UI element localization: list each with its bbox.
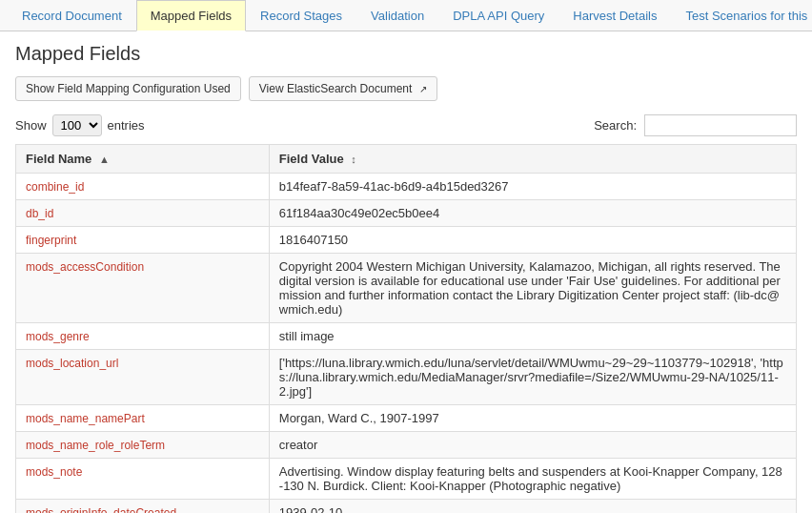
page-content: Mapped Fields Show Field Mapping Configu… (0, 31, 812, 513)
search-box: Search: (594, 114, 797, 136)
table-controls: Show 102550100 entries Search: (15, 114, 797, 136)
entries-label: entries (108, 118, 145, 133)
table-row: mods_genrestill image (16, 323, 797, 350)
cell-field-name: combine_id (16, 174, 270, 200)
cell-field-name: mods_originInfo_dateCreated (16, 500, 270, 514)
sort-arrow-field-value: ↕ (351, 154, 356, 165)
table-body: combine_idb14feaf7-8a59-41ac-b6d9-a4b15d… (16, 174, 797, 514)
field-name-text: mods_originInfo_dateCreated (26, 506, 176, 513)
search-label: Search: (594, 118, 637, 133)
table-row: combine_idb14feaf7-8a59-41ac-b6d9-a4b15d… (16, 174, 797, 200)
view-elastic-button[interactable]: View ElasticSearch Document ↗ (249, 76, 437, 101)
cell-field-value: Advertising. Window display featuring be… (269, 459, 796, 500)
table-row: mods_name_role_roleTermcreator (16, 432, 797, 459)
cell-field-name: db_id (16, 200, 270, 227)
cell-field-value: Copyright 2004 Western Michigan Universi… (269, 254, 796, 323)
cell-field-value: still image (269, 323, 796, 350)
sort-arrow-field-name: ▲ (99, 154, 110, 165)
field-name-text: fingerprint (26, 234, 76, 247)
field-name-text: mods_location_url (26, 357, 118, 370)
cell-field-name: mods_genre (16, 323, 270, 350)
col-header-field-value-label: Field Value (279, 152, 344, 166)
show-label: Show (15, 118, 47, 133)
cell-field-name: mods_accessCondition (16, 254, 270, 323)
field-name-text: mods_accessCondition (26, 260, 144, 274)
col-header-field-value[interactable]: Field Value ↕ (269, 145, 796, 174)
field-name-text: mods_genre (26, 330, 90, 343)
show-mapping-button[interactable]: Show Field Mapping Configuration Used (15, 76, 241, 101)
cell-field-value: Morgan, Ward C., 1907-1997 (269, 405, 796, 432)
tab-test-scenarios[interactable]: Test Scenarios for this Record (671, 0, 812, 31)
field-name-text: mods_name_namePart (26, 412, 145, 425)
tab-dpla-api-query[interactable]: DPLA API Query (438, 0, 558, 31)
tab-harvest-details[interactable]: Harvest Details (558, 0, 671, 31)
cell-field-name: mods_location_url (16, 350, 270, 405)
col-header-field-name-label: Field Name (26, 152, 91, 166)
table-row: db_id61f184aa30c49e02ec5b0ee4 (16, 200, 797, 227)
field-name-text: mods_name_role_roleTerm (26, 439, 165, 452)
table-row: mods_noteAdvertising. Window display fea… (16, 459, 797, 500)
table-row: mods_name_namePartMorgan, Ward C., 1907-… (16, 405, 797, 432)
cell-field-value: ['https://luna.library.wmich.edu/luna/se… (269, 350, 796, 405)
cell-field-name: mods_name_role_roleTerm (16, 432, 270, 459)
tab-record-stages[interactable]: Record Stages (246, 0, 356, 31)
table-row: fingerprint1816407150 (16, 227, 797, 254)
view-elastic-label: View ElasticSearch Document (259, 82, 413, 95)
table-row: mods_accessConditionCopyright 2004 Weste… (16, 254, 797, 323)
cell-field-name: fingerprint (16, 227, 270, 254)
field-name-text: mods_note (26, 465, 82, 479)
search-input[interactable] (644, 114, 797, 136)
table-header: Field Name ▲ Field Value ↕ (16, 145, 797, 174)
field-name-text: combine_id (26, 180, 84, 194)
data-table: Field Name ▲ Field Value ↕ combine_idb14… (15, 144, 797, 513)
cell-field-name: mods_name_namePart (16, 405, 270, 432)
tab-mapped-fields[interactable]: Mapped Fields (136, 0, 246, 31)
show-entries: Show 102550100 entries (15, 114, 145, 136)
cell-field-value: 1816407150 (269, 227, 796, 254)
cell-field-name: mods_note (16, 459, 270, 500)
tab-validation[interactable]: Validation (356, 0, 438, 31)
tab-record-document[interactable]: Record Document (8, 0, 136, 31)
table-row: mods_location_url['https://luna.library.… (16, 350, 797, 405)
cell-field-value: 61f184aa30c49e02ec5b0ee4 (269, 200, 796, 227)
field-name-text: db_id (26, 207, 53, 220)
cell-field-value: b14feaf7-8a59-41ac-b6d9-a4b15ded3267 (269, 174, 796, 200)
table-row: mods_originInfo_dateCreated1939-02-10 (16, 500, 797, 514)
col-header-field-name[interactable]: Field Name ▲ (16, 145, 270, 174)
page-title: Mapped Fields (15, 43, 797, 65)
cell-field-value: creator (269, 432, 796, 459)
tab-bar: Record DocumentMapped FieldsRecord Stage… (0, 0, 812, 31)
action-buttons: Show Field Mapping Configuration Used Vi… (15, 76, 797, 101)
external-link-icon: ↗ (419, 84, 427, 94)
cell-field-value: 1939-02-10 (269, 500, 796, 514)
entries-select[interactable]: 102550100 (52, 114, 102, 136)
